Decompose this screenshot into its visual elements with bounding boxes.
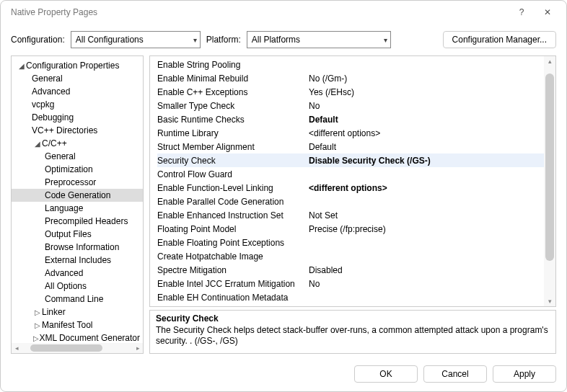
tree-item[interactable]: Preprocessor: [12, 176, 143, 189]
description-panel: Security Check The Security Check helps …: [149, 310, 556, 354]
property-value[interactable]: Default: [309, 142, 555, 152]
property-value[interactable]: No: [309, 279, 555, 289]
tree-item[interactable]: Output Files: [12, 228, 143, 241]
tree-item[interactable]: Language: [12, 202, 143, 215]
platform-value: All Platforms: [252, 35, 300, 45]
property-value[interactable]: Default: [309, 115, 555, 125]
tree-item-label: Output Files: [45, 229, 92, 239]
scroll-up-icon: ▴: [544, 56, 555, 66]
property-row[interactable]: Enable Intel JCC Erratum MitigationNo: [157, 277, 555, 290]
description-body: The Security Check helps detect stack-bu…: [156, 325, 550, 347]
platform-dropdown[interactable]: All Platforms ▾: [247, 31, 391, 48]
property-value[interactable]: No (/Gm-): [309, 74, 555, 84]
apply-button[interactable]: Apply: [493, 365, 556, 383]
close-button[interactable]: ✕: [535, 2, 561, 22]
tree-item[interactable]: ▷Linker: [12, 306, 143, 318]
tree-item-label: Advanced: [45, 268, 83, 278]
tree-item-label: Linker: [42, 307, 66, 317]
expander-icon[interactable]: ◢: [33, 140, 42, 148]
property-name: Struct Member Alignment: [157, 142, 309, 152]
tree-item[interactable]: VC++ Directories: [12, 124, 143, 137]
tree-item[interactable]: Precompiled Headers: [12, 215, 143, 228]
tree-item-label: Preprocessor: [45, 177, 96, 187]
help-button[interactable]: ?: [509, 2, 535, 22]
tree-item-label: General: [45, 151, 76, 161]
property-row[interactable]: Smaller Type CheckNo: [157, 99, 555, 112]
scrollbar-thumb[interactable]: [545, 74, 554, 261]
tree-item[interactable]: Debugging: [12, 111, 143, 124]
expander-icon[interactable]: ▷: [33, 321, 42, 329]
scrollbar-thumb[interactable]: [30, 344, 102, 352]
tree-item-label: Manifest Tool: [42, 320, 92, 330]
property-row[interactable]: Enable String Pooling: [157, 58, 555, 71]
tree-item[interactable]: Optimization: [12, 163, 143, 176]
scrollbar-track[interactable]: [544, 66, 555, 296]
configuration-dropdown[interactable]: All Configurations ▾: [71, 31, 201, 48]
expander-icon[interactable]: ▷: [33, 334, 39, 342]
expander-icon[interactable]: ▷: [33, 308, 42, 316]
property-value[interactable]: Not Set: [309, 210, 555, 220]
close-icon: ✕: [544, 7, 551, 17]
tree-item[interactable]: Browse Information: [12, 241, 143, 254]
property-name: Enable String Pooling: [157, 60, 309, 70]
property-row[interactable]: Struct Member AlignmentDefault: [157, 140, 555, 153]
ok-button[interactable]: OK: [354, 365, 418, 383]
property-grid: Enable String PoolingEnable Minimal Rebu…: [149, 55, 556, 307]
tree-item[interactable]: ▷Manifest Tool: [12, 318, 143, 331]
property-value[interactable]: <different options>: [309, 128, 555, 138]
property-row[interactable]: Floating Point ModelPrecise (/fp:precise…: [157, 222, 555, 236]
tree-item[interactable]: Advanced: [12, 267, 143, 280]
scroll-right-icon: ▸: [133, 344, 143, 352]
property-row[interactable]: Enable Parallel Code Generation: [157, 195, 555, 208]
property-row[interactable]: Enable EH Continuation Metadata: [157, 290, 555, 304]
property-name: Enable Intel JCC Erratum Mitigation: [157, 279, 309, 289]
titlebar: Native Property Pages ? ✕: [1, 1, 566, 24]
tree-item-label: General: [32, 74, 63, 84]
tree-item[interactable]: All Options: [12, 280, 143, 293]
property-row[interactable]: Enable Minimal RebuildNo (/Gm-): [157, 71, 555, 85]
property-row[interactable]: Basic Runtime ChecksDefault: [157, 112, 555, 126]
tree-item[interactable]: ◢C/C++: [12, 137, 143, 150]
main-area: ◢Configuration PropertiesGeneralAdvanced…: [1, 55, 566, 360]
property-row[interactable]: Enable C++ ExceptionsYes (/EHsc): [157, 85, 555, 99]
property-value[interactable]: Disabled: [309, 265, 555, 275]
horizontal-scrollbar[interactable]: ◂ ▸: [12, 343, 143, 353]
property-pages-dialog: Native Property Pages ? ✕ Configuration:…: [0, 0, 567, 392]
property-row[interactable]: Runtime Library<different options>: [157, 126, 555, 140]
tree-item[interactable]: General: [12, 150, 143, 163]
property-row[interactable]: Spectre MitigationDisabled: [157, 263, 555, 277]
tree-item-label: XML Document Generator: [39, 333, 140, 343]
tree-item[interactable]: vcpkg: [12, 98, 143, 111]
property-row[interactable]: Control Flow Guard: [157, 167, 555, 181]
vertical-scrollbar[interactable]: ▴ ▾: [544, 56, 555, 306]
tree-item[interactable]: Command Line: [12, 293, 143, 306]
property-row[interactable]: Create Hotpatchable Image: [157, 249, 555, 263]
property-value[interactable]: Disable Security Check (/GS-): [309, 156, 555, 166]
property-name: Runtime Library: [157, 128, 309, 138]
property-value[interactable]: Yes (/EHsc): [309, 87, 555, 97]
tree-item[interactable]: Code Generation: [12, 189, 143, 202]
property-name: Security Check: [157, 156, 309, 166]
expander-icon[interactable]: ◢: [17, 62, 26, 70]
property-row[interactable]: Enable Floating Point Exceptions: [157, 236, 555, 249]
category-tree[interactable]: ◢Configuration PropertiesGeneralAdvanced…: [12, 56, 143, 353]
property-row[interactable]: Enable Enhanced Instruction SetNot Set: [157, 208, 555, 222]
tree-item-label: Debugging: [32, 112, 74, 122]
tree-item[interactable]: Advanced: [12, 85, 143, 98]
property-value[interactable]: Precise (/fp:precise): [309, 224, 555, 234]
property-row[interactable]: Enable Signed Returns: [157, 304, 555, 307]
property-value[interactable]: <different options>: [309, 183, 555, 193]
property-value[interactable]: No: [309, 101, 555, 111]
property-row[interactable]: Security CheckDisable Security Check (/G…: [157, 153, 555, 167]
configuration-manager-button[interactable]: Configuration Manager...: [443, 31, 556, 48]
tree-item-label: Optimization: [45, 164, 93, 174]
tree-item-label: Code Generation: [45, 190, 110, 200]
property-row[interactable]: Enable Function-Level Linking<different …: [157, 181, 555, 195]
tree-item[interactable]: General: [12, 72, 143, 85]
cancel-button[interactable]: Cancel: [423, 365, 487, 383]
tree-item[interactable]: External Includes: [12, 254, 143, 267]
tree-item[interactable]: ◢Configuration Properties: [12, 59, 143, 72]
property-name: Enable Floating Point Exceptions: [157, 238, 309, 248]
configuration-label: Configuration:: [11, 35, 65, 45]
tree-item-label: Configuration Properties: [26, 61, 119, 71]
